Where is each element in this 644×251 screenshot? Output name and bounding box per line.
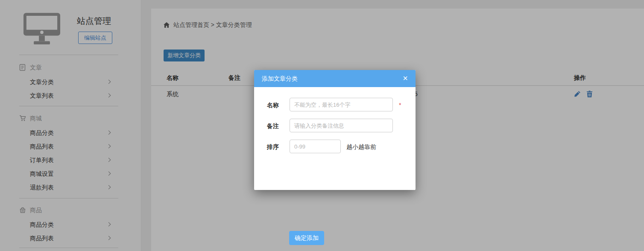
sort-field[interactable] xyxy=(290,140,341,153)
sort-hint: 越小越靠前 xyxy=(346,143,376,151)
required-asterisk: * xyxy=(399,101,401,109)
remark-field[interactable] xyxy=(290,119,393,132)
name-field[interactable] xyxy=(290,98,393,111)
close-icon[interactable]: × xyxy=(400,70,410,87)
sort-field-label: 排序 xyxy=(267,143,279,151)
add-category-modal: 添加文章分类 × 名称 * 备注 排序 越小越靠前 确定添加 xyxy=(254,70,416,190)
remark-field-label: 备注 xyxy=(267,122,279,130)
modal-title: 添加文章分类 xyxy=(262,70,298,87)
modal-header: 添加文章分类 × xyxy=(254,70,416,87)
confirm-add-button[interactable]: 确定添加 xyxy=(289,231,324,245)
name-field-label: 名称 xyxy=(267,101,279,109)
